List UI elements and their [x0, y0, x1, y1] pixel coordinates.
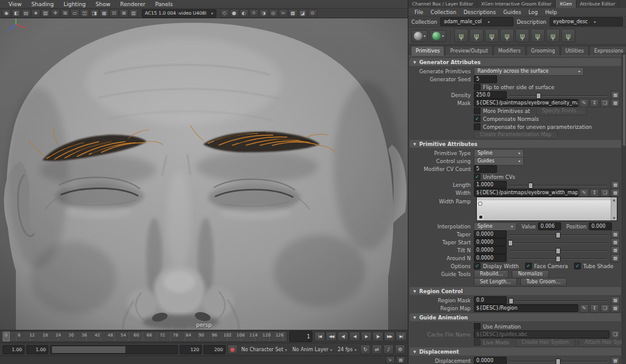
bookmark-icon[interactable]: ★ — [31, 9, 40, 18]
ramp-position-field[interactable]: 0.000 — [589, 222, 612, 230]
film-gate-icon[interactable]: ▭ — [70, 9, 79, 18]
shadows-icon[interactable]: ◑ — [259, 9, 268, 18]
expression-menu-icon[interactable]: ▦ — [611, 230, 620, 239]
playback-range-handle[interactable] — [52, 346, 125, 353]
character-set-dropdown[interactable]: No Character Set▾ — [240, 347, 289, 352]
menu-guides[interactable]: Guides — [499, 9, 525, 15]
specify-points-button[interactable]: Specify Points... — [536, 107, 587, 115]
ramp-anchor-handle[interactable] — [479, 215, 483, 219]
taper-start-slider[interactable] — [509, 239, 607, 246]
rebuild-button[interactable]: Rebuild... — [474, 270, 509, 278]
clear-xgen-preview-icon[interactable]: ψ — [500, 29, 514, 43]
playback-end-field[interactable]: 120 — [180, 345, 202, 354]
xray-icon[interactable]: ◪ — [298, 9, 307, 18]
step-back-key-button[interactable]: ◀◀ — [326, 332, 337, 341]
region-mask-field[interactable]: 0.0 — [474, 296, 507, 304]
play-forward-button[interactable]: ▶ — [361, 332, 372, 341]
browse-files-icon[interactable]: ❏ — [611, 330, 620, 339]
create-new-description-icon[interactable]: ψ — [454, 29, 468, 43]
face-camera-checkbox[interactable]: ✓ — [525, 263, 532, 269]
paint-map-icon[interactable]: ✎ — [580, 99, 589, 107]
generate-primitives-dropdown[interactable]: Randomly across the surface▾ — [474, 67, 584, 76]
region-mask-slider[interactable] — [509, 297, 607, 304]
menu-show[interactable]: Show — [90, 1, 115, 7]
ramp-zoom-controls[interactable]: ▲▼ — [611, 197, 617, 220]
camera-selector-dropdown[interactable]: AC15 1.0 004 -video U408I ▾ — [142, 9, 216, 18]
animation-preferences-icon[interactable]: ⚙ — [395, 344, 405, 354]
displacement-field[interactable]: 0.0000 — [474, 357, 507, 364]
expression-menu-icon[interactable]: ▦ — [611, 181, 620, 189]
cache-file-name-field[interactable]: ${DESC}/guides.abc — [474, 330, 609, 338]
mask-field[interactable]: ${DESC}/paintmaps/eyebrow_density_map — [474, 99, 578, 107]
menu-panels[interactable]: Panels — [150, 1, 178, 7]
textured-icon[interactable]: ◐ — [240, 9, 249, 18]
lock-camera-icon[interactable]: ◧ — [12, 9, 21, 18]
playback-range-slider[interactable] — [50, 345, 178, 354]
tab-modifiers[interactable]: Modifiers — [493, 46, 526, 56]
expression-menu-icon[interactable]: ▦ — [611, 304, 620, 313]
expression-menu-icon[interactable]: ▦ — [611, 189, 620, 197]
create-parameterization-map-button[interactable]: Create Parameterization Map — [474, 131, 558, 139]
browse-files-icon[interactable]: ❏ — [600, 99, 609, 107]
menu-collection[interactable]: Collection — [427, 9, 460, 15]
menu-lighting[interactable]: Lighting — [59, 1, 90, 7]
camera-attributes-icon[interactable]: ▤ — [21, 9, 31, 18]
length-field[interactable]: 1.0000 — [474, 181, 507, 189]
scrollbar-thumb[interactable] — [623, 54, 625, 146]
tilt-n-slider[interactable] — [509, 247, 607, 254]
length-slider[interactable] — [509, 181, 607, 189]
multisampling-icon[interactable]: ▩ — [289, 9, 298, 18]
expression-menu-icon[interactable]: ▦ — [611, 91, 620, 100]
go-to-start-button[interactable]: |◀ — [314, 332, 325, 341]
set-length-button[interactable]: Set Length... — [474, 278, 517, 286]
playback-start-field[interactable]: 1.00 — [26, 345, 48, 354]
motion-blur-icon[interactable]: ≈ — [279, 9, 288, 18]
preview-material-button[interactable]: ▾ — [411, 30, 428, 42]
expression-menu-icon[interactable]: ▦ — [611, 246, 620, 255]
tube-shade-checkbox[interactable]: ✓ — [574, 263, 581, 269]
ramp-point-handle[interactable] — [478, 202, 482, 206]
step-back-frame-button[interactable]: ◀| — [337, 332, 348, 341]
anim-layer-dropdown[interactable]: No Anim Layer▾ — [290, 347, 334, 352]
tab-attribute-editor[interactable]: Attribute Editor — [576, 0, 620, 8]
import-description-icon[interactable]: ψ — [531, 29, 545, 43]
menu-renderer[interactable]: Renderer — [116, 1, 150, 7]
go-to-end-button[interactable]: ▶| — [396, 332, 407, 341]
section-header-primitive[interactable]: ▼ Primitive Attributes — [410, 140, 621, 148]
animation-start-field[interactable]: 1.00 — [2, 345, 24, 354]
fps-dropdown[interactable]: 24 fps▾ — [336, 347, 358, 352]
menu-file[interactable]: File — [411, 9, 427, 15]
paint-map-icon[interactable]: ✎ — [580, 189, 589, 197]
isolate-select-icon[interactable]: ⊙ — [308, 9, 317, 18]
play-backward-button[interactable]: ◀ — [349, 332, 360, 341]
live-mode-checkbox[interactable] — [474, 339, 481, 346]
flip-checkbox[interactable] — [474, 84, 481, 90]
control-using-dropdown[interactable]: Guides▾ — [474, 157, 524, 166]
section-header-generator[interactable]: ▼ Generator Attributes — [410, 58, 621, 66]
taper-field[interactable]: 0.0000 — [474, 230, 507, 238]
browse-files-icon[interactable]: ❏ — [600, 304, 609, 313]
compensate-parameterization-checkbox[interactable] — [474, 123, 481, 130]
create-hair-system-button[interactable]: Create Hair System — [515, 338, 575, 347]
update-xgen-preview-icon[interactable]: ψ — [485, 29, 499, 43]
script-editor-icon[interactable]: ▤ — [396, 356, 405, 364]
export-patches-icon[interactable]: ψ — [546, 29, 560, 43]
collection-dropdown[interactable]: adam_male_col ▾ — [440, 17, 514, 26]
expression-menu-icon[interactable]: ▦ — [611, 254, 620, 263]
animation-end-field[interactable]: 200 — [204, 345, 226, 354]
expression-menu-icon[interactable]: ▦ — [611, 238, 620, 247]
tab-grooming[interactable]: Grooming — [526, 46, 560, 56]
normalize-button[interactable]: Normalize — [512, 270, 548, 278]
attach-hair-system-button[interactable]: Attach Hair System — [578, 338, 626, 347]
field-chart-icon[interactable]: ▦ — [100, 9, 109, 18]
around-n-field[interactable]: 0.0000 — [474, 254, 507, 262]
taper-slider[interactable] — [509, 231, 607, 238]
append-description-icon[interactable]: ψ — [470, 29, 484, 43]
section-header-region[interactable]: ▼ Region Control — [410, 287, 621, 295]
expression-menu-icon[interactable]: ▦ — [611, 296, 620, 305]
select-camera-icon[interactable]: ◉ — [2, 9, 11, 18]
tube-groom-button[interactable]: Tube Groom... — [520, 278, 567, 286]
density-field[interactable]: 250.0 — [474, 91, 507, 99]
description-dropdown[interactable]: eyebrow_desc ▾ — [550, 17, 623, 26]
menu-descriptions[interactable]: Descriptions — [460, 9, 499, 15]
